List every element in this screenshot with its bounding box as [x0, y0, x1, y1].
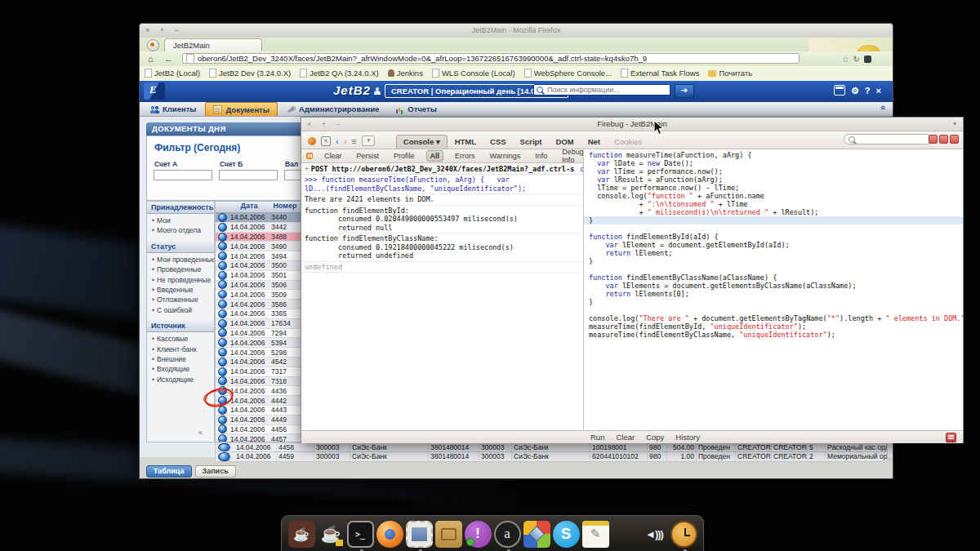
- document-orb-icon[interactable]: [218, 242, 227, 251]
- table-row[interactable]: 14.04.20063365: [216, 309, 301, 319]
- sidebar-item-клиент-банк[interactable]: Клиент-банк: [152, 344, 214, 354]
- account-a-input[interactable]: [154, 170, 212, 180]
- error-count-badge[interactable]: [946, 433, 956, 442]
- document-orb-icon[interactable]: [218, 358, 227, 367]
- table-row[interactable]: 14.04.20067318: [216, 377, 301, 387]
- currency-input[interactable]: [284, 170, 302, 180]
- document-orb-icon[interactable]: [218, 434, 227, 442]
- console-filter-persist[interactable]: Persist: [354, 151, 383, 161]
- firebug-titlebar[interactable]: × + − Firebug - JetB2Main ▾: [301, 118, 963, 131]
- maximize-button[interactable]: [939, 135, 948, 144]
- editor-button-run[interactable]: Run: [590, 433, 604, 442]
- document-orb-icon[interactable]: [218, 348, 227, 357]
- bookmark-item[interactable]: JetB2 QA (3.24.0.X): [300, 69, 379, 78]
- console-entry[interactable]: There are 2421 elements in DOM.: [301, 194, 583, 206]
- window-layout-icon[interactable]: [834, 85, 845, 96]
- help-icon[interactable]: ?: [865, 85, 871, 96]
- table-row[interactable]: 14.04.20067294: [216, 329, 301, 339]
- table-row[interactable]: 14.04.20064449: [216, 415, 301, 425]
- sidebar-item-внешние[interactable]: Внешние: [152, 354, 214, 364]
- table-row[interactable]: 14.04.20063509: [216, 290, 301, 300]
- sidebar-item-отложенные[interactable]: Отложенные: [152, 295, 214, 304]
- tab-администрирование[interactable]: Администрирование: [279, 102, 386, 116]
- view-button-таблица[interactable]: Таблица: [146, 465, 192, 478]
- column-header[interactable]: Дата: [229, 202, 270, 212]
- inspect-icon[interactable]: ↖: [321, 136, 331, 146]
- console-filter-clear[interactable]: Clear: [321, 151, 345, 161]
- firebug-tab-dom[interactable]: DOM: [550, 136, 581, 149]
- bookmark-star-icon[interactable]: ☆: [842, 55, 849, 64]
- dock-item-keyboard-flag[interactable]: [612, 521, 639, 548]
- sidebar-item-не-проведенные[interactable]: Не проведенные: [152, 275, 214, 285]
- table-row[interactable]: 14.04.20064458300003СиЭс-Банк38014800143…: [215, 442, 888, 452]
- url-input[interactable]: [198, 54, 795, 63]
- dock-item-terminal[interactable]: >_: [347, 521, 374, 548]
- forward-icon[interactable]: ›: [344, 136, 347, 146]
- document-orb-icon[interactable]: [218, 309, 227, 318]
- bookmark-item[interactable]: WLS Console (Local): [432, 69, 515, 78]
- firebug-bug-icon[interactable]: [308, 137, 316, 145]
- bookmark-item[interactable]: JetB2 Dev (3.24.0.X): [209, 69, 291, 78]
- table-row[interactable]: 14.04.20065394: [216, 338, 301, 348]
- table-row[interactable]: 14.04.200617634: [216, 319, 301, 329]
- dock-item-clock[interactable]: [670, 521, 697, 548]
- document-orb-icon[interactable]: [218, 328, 227, 337]
- document-orb-icon[interactable]: [218, 223, 227, 232]
- dock-item-coffee[interactable]: ☕: [288, 521, 315, 548]
- editor-button-clear[interactable]: Clear: [616, 433, 635, 442]
- document-orb-icon[interactable]: [218, 406, 227, 415]
- app-search-input[interactable]: [546, 85, 667, 95]
- document-orb-icon[interactable]: [218, 213, 227, 222]
- bookmark-item[interactable]: Почитать: [708, 69, 752, 78]
- account-b-input[interactable]: [219, 170, 278, 180]
- document-orb-icon[interactable]: [218, 300, 227, 309]
- view-button-запись[interactable]: Запись: [195, 465, 236, 478]
- settings-gear-icon[interactable]: ⚙: [851, 85, 859, 96]
- firebug-tab-console[interactable]: Console ▾: [396, 135, 448, 149]
- table-row[interactable]: 14.04.20063501: [216, 271, 301, 281]
- sidebar-item-с-ошибкой[interactable]: С ошибкой: [152, 305, 214, 315]
- document-orb-icon[interactable]: [218, 415, 227, 424]
- expander-icon[interactable]: +: [305, 165, 309, 172]
- dock-item-virtualbox[interactable]: [523, 521, 550, 548]
- console-entry[interactable]: function findElementByClassName: consume…: [301, 233, 583, 262]
- dock-item-skype[interactable]: S: [553, 521, 580, 548]
- document-orb-icon[interactable]: [218, 271, 227, 280]
- document-orb-icon[interactable]: [218, 233, 227, 242]
- addon-icon[interactable]: [864, 56, 871, 63]
- column-header[interactable]: Номер: [270, 202, 301, 212]
- document-orb-icon[interactable]: [218, 251, 227, 260]
- bookmark-item[interactable]: JetB2 (Local): [145, 69, 200, 78]
- source-link[interactable]: core-S...9296.js (line 431): [580, 165, 583, 173]
- table-row[interactable]: 14.04.20064459300003СиЭс-Банк38014800143…: [215, 452, 888, 462]
- document-orb-icon[interactable]: [218, 261, 227, 270]
- console-filter-warnings[interactable]: Warnings: [487, 151, 524, 161]
- table-row[interactable]: 14.04.20063494: [216, 251, 301, 261]
- tab-клиенты[interactable]: Клиенты: [143, 102, 203, 116]
- editor-button-copy[interactable]: Copy: [646, 433, 664, 442]
- table-row[interactable]: 14.04.20063442: [216, 223, 301, 233]
- bookmark-item[interactable]: Jenkins: [388, 69, 423, 78]
- break-on-icon[interactable]: [306, 153, 313, 159]
- sidebar-item-введенные[interactable]: Введенные: [152, 285, 214, 295]
- dock-item-files[interactable]: [435, 521, 462, 548]
- window-controls[interactable]: × + −: [145, 24, 183, 38]
- sidebar-item-кассовые[interactable]: Кассовые: [152, 334, 214, 344]
- url-bar[interactable]: [182, 53, 800, 64]
- minimize-button[interactable]: [929, 135, 938, 144]
- firefox-menu-button[interactable]: [147, 39, 159, 51]
- dock-item-mail[interactable]: [406, 521, 433, 548]
- dock-item-notes[interactable]: ✎: [582, 521, 609, 548]
- document-orb-icon[interactable]: [218, 367, 227, 376]
- console-filter-info[interactable]: Info: [532, 151, 550, 161]
- sidebar-item-исходящие[interactable]: Исходящие: [152, 375, 214, 384]
- table-row[interactable]: 14.04.20063586: [216, 300, 301, 309]
- column-header[interactable]: [216, 202, 229, 212]
- firebug-tab-css[interactable]: CSS: [483, 136, 513, 149]
- close-button[interactable]: [950, 135, 959, 144]
- document-orb-icon[interactable]: [218, 452, 231, 461]
- app-search[interactable]: [533, 84, 670, 96]
- back-icon[interactable]: ←: [164, 51, 173, 66]
- table-row[interactable]: 14.04.20063506: [216, 281, 301, 291]
- table-row[interactable]: 14.04.20063488: [216, 233, 301, 242]
